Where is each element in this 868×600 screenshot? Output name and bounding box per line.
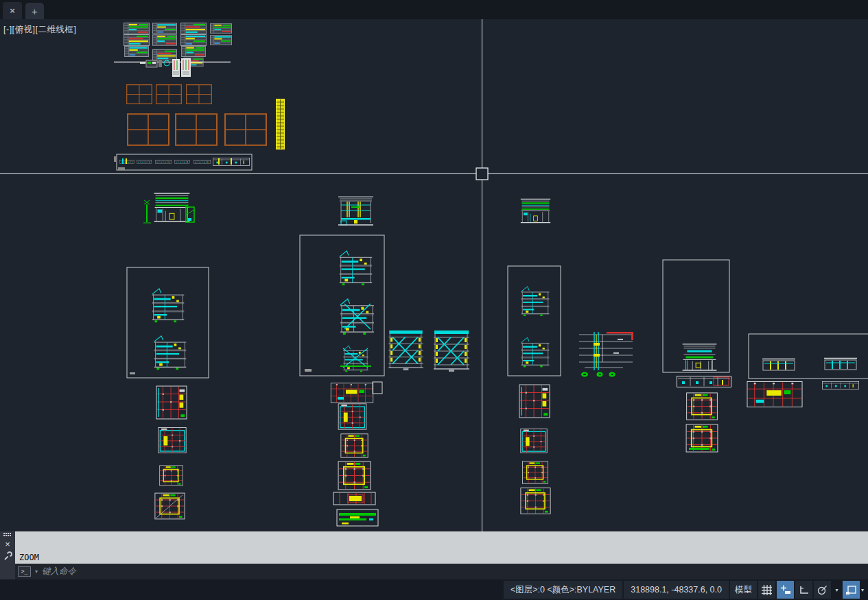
dynamic-input-icon xyxy=(845,584,857,596)
command-close-icon[interactable]: × xyxy=(5,540,10,549)
ortho-toggle[interactable] xyxy=(795,581,812,599)
yellow-dimension-strip[interactable] xyxy=(277,99,285,149)
crosshatch-sections[interactable] xyxy=(388,331,469,372)
plans-column-left[interactable] xyxy=(155,386,187,519)
command-input-placeholder: 键入命令 xyxy=(42,566,76,577)
layer-color-readout: <图层>:0 <颜色>:BYLAYER xyxy=(504,581,622,599)
autocad-window: × + [-][俯视][二维线框] xyxy=(0,0,868,600)
legend-icons-cluster[interactable] xyxy=(140,58,191,77)
command-panel-grip[interactable]: × xyxy=(0,531,15,579)
tab-close-button[interactable]: × xyxy=(3,2,22,19)
grip-dots-icon xyxy=(3,533,12,538)
coordinates-readout: 318898.1, -48337.6, 0.0 xyxy=(624,581,729,599)
plans-column-center[interactable] xyxy=(331,382,382,526)
pickbox xyxy=(476,168,488,180)
polar-dropdown-caret-icon[interactable]: ▾ xyxy=(832,587,841,593)
command-history: ZOOM 指定窗口的角点, 输入比例因子 (nX 或 nXP), 或者 [全部(… xyxy=(15,531,868,564)
command-line-area: ZOOM 指定窗口的角点, 输入比例因子 (nX 或 nXP), 或者 [全部(… xyxy=(15,531,868,579)
tall-frame-right[interactable] xyxy=(663,260,729,372)
grid-toggle[interactable] xyxy=(758,581,775,599)
ortho-icon xyxy=(798,584,810,596)
wide-frame-far-right[interactable] xyxy=(747,334,868,407)
model-space-toggle[interactable]: 模型 xyxy=(730,581,757,599)
section-frame-right[interactable] xyxy=(508,266,561,376)
elevation-center[interactable] xyxy=(338,197,373,225)
elevation-right[interactable] xyxy=(521,199,550,222)
drawing-canvas[interactable]: [-][俯视][二维线框] xyxy=(0,19,868,531)
orange-grids-cluster[interactable] xyxy=(127,85,266,145)
section-frame-left[interactable] xyxy=(127,267,209,378)
wall-section-detail[interactable] xyxy=(579,332,633,377)
dyninput-dropdown-caret-icon[interactable]: ▾ xyxy=(861,587,868,593)
cad-drawing xyxy=(0,19,868,531)
dynamic-input-toggle[interactable] xyxy=(843,581,860,599)
plans-column-right[interactable] xyxy=(519,385,550,514)
command-history-line: ZOOM xyxy=(19,553,868,563)
command-line-panel: × ZOOM 指定窗口的角点, 输入比例因子 (nX 或 nXP), 或者 [全… xyxy=(0,531,868,579)
command-input-row[interactable]: >_ ▾ 键入命令 xyxy=(15,564,868,579)
file-tab-bar: × + xyxy=(0,0,868,19)
polar-tracking-toggle[interactable] xyxy=(814,581,831,599)
far-right-plans[interactable] xyxy=(677,376,731,453)
crosshair-cursor xyxy=(0,19,868,531)
status-bar: <图层>:0 <颜色>:BYLAYER 318898.1, -48337.6, … xyxy=(0,579,868,600)
elevation-left[interactable] xyxy=(143,193,194,223)
viewport-controls[interactable]: [-][俯视][二维线框] xyxy=(3,24,77,36)
polar-tracking-icon xyxy=(817,584,828,596)
detail-strip-row[interactable] xyxy=(114,154,252,170)
recent-commands-caret-icon[interactable]: ▾ xyxy=(35,568,38,575)
snap-icon xyxy=(779,584,791,596)
new-drawing-tab[interactable]: + xyxy=(25,3,44,19)
grid-icon xyxy=(761,584,773,596)
snap-toggle[interactable] xyxy=(777,581,794,599)
section-frame-center[interactable] xyxy=(300,235,384,376)
customize-wrench-icon[interactable] xyxy=(3,551,12,561)
command-prompt-icon: >_ xyxy=(18,566,31,577)
